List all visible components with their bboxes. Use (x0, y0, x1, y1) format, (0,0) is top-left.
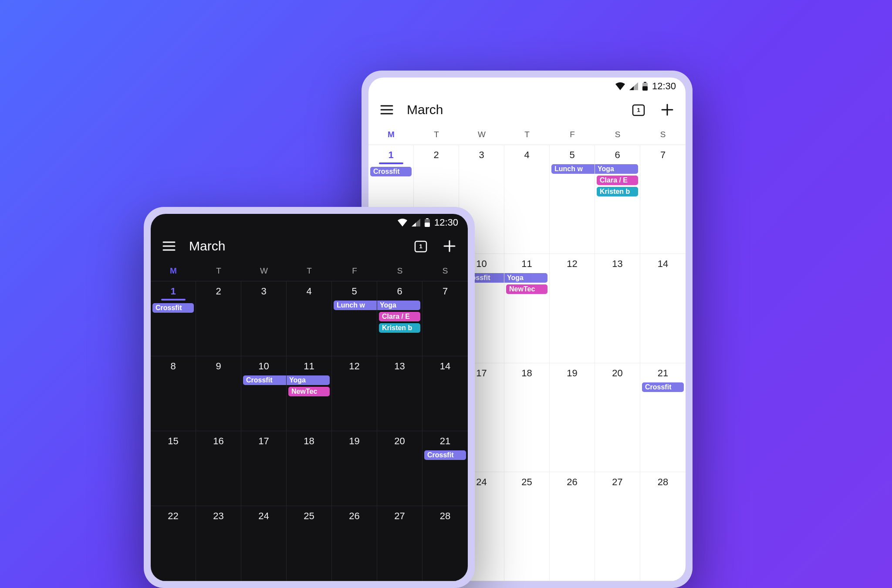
calendar-cell[interactable]: 10Crossfit (241, 356, 287, 431)
calendar-cell[interactable]: 2 (196, 281, 241, 356)
event-pill[interactable]: NewTec (506, 284, 547, 294)
today-button[interactable]: 1 (630, 101, 647, 118)
day-number: 6 (597, 149, 638, 161)
calendar-cell[interactable]: 11YogaNewTec (504, 254, 550, 363)
calendar-cell[interactable]: 26 (332, 506, 377, 581)
svg-rect-9 (426, 218, 429, 219)
add-button[interactable] (659, 101, 676, 118)
event-pill[interactable]: Yoga (595, 164, 638, 174)
weekday-label: T (287, 266, 332, 276)
event-pill[interactable]: Kristen b (379, 323, 420, 333)
event-pill[interactable]: Clara / E (379, 312, 420, 321)
day-number: 12 (551, 258, 593, 270)
calendar-cell[interactable]: 5Lunch w (550, 145, 595, 254)
calendar-cell[interactable]: 1Crossfit (151, 281, 196, 356)
day-number: 3 (461, 149, 502, 161)
day-number: 11 (506, 258, 547, 270)
weekday-label: F (550, 130, 595, 139)
calendar-cell[interactable]: 20 (595, 363, 640, 472)
calendar-cell[interactable]: 6YogaClara / EKristen b (595, 145, 640, 254)
calendar-cell[interactable]: 16 (196, 431, 241, 506)
calendar-cell[interactable]: 9 (196, 356, 241, 431)
calendar-cell[interactable]: 13 (377, 356, 422, 431)
calendar-cell[interactable]: 14 (640, 254, 686, 363)
weekday-label: W (459, 130, 504, 139)
weekday-label: T (504, 130, 550, 139)
calendar-cell[interactable]: 19 (332, 431, 377, 506)
day-number: 26 (551, 476, 593, 488)
event-pill[interactable]: Kristen b (597, 187, 638, 196)
calendar-cell[interactable]: 5Lunch w (332, 281, 377, 356)
calendar-cell[interactable]: 3 (241, 281, 287, 356)
svg-rect-0 (644, 82, 646, 83)
calendar-cell[interactable]: 27 (595, 472, 640, 581)
day-number: 10 (243, 361, 284, 372)
calendar-cell[interactable]: 11YogaNewTec (287, 356, 332, 431)
day-number: 7 (642, 149, 684, 161)
calendar-cell[interactable]: 21Crossfit (422, 431, 468, 506)
day-number: 1 (152, 286, 194, 297)
today-button[interactable]: 1 (412, 237, 429, 255)
calendar-cell[interactable]: 13 (595, 254, 640, 363)
menu-button[interactable] (160, 237, 178, 255)
day-number: 14 (642, 258, 684, 270)
calendar-cell[interactable]: 24 (241, 506, 287, 581)
event-pill[interactable]: Crossfit (243, 375, 287, 385)
calendar-cell[interactable]: 21Crossfit (640, 363, 686, 472)
calendar-cell[interactable]: 15 (151, 431, 196, 506)
day-number: 8 (152, 361, 194, 372)
calendar-cell[interactable]: 6YogaClara / EKristen b (377, 281, 422, 356)
calendar-cell[interactable]: 14 (422, 356, 468, 431)
calendar-cell[interactable]: 23 (196, 506, 241, 581)
calendar-cell[interactable]: 28 (422, 506, 468, 581)
calendar-cell[interactable]: 25 (287, 506, 332, 581)
add-button[interactable] (441, 237, 458, 255)
day-number: 11 (288, 361, 330, 372)
calendar-grid[interactable]: 1Crossfit2345Lunch w6YogaClara / EKriste… (151, 281, 468, 581)
today-indicator (161, 299, 186, 301)
calendar-cell[interactable]: 18 (287, 431, 332, 506)
menu-button[interactable] (378, 101, 395, 118)
cell-signal-icon (629, 82, 638, 90)
event-pill[interactable]: Clara / E (597, 176, 638, 185)
weekday-label: M (368, 130, 414, 139)
calendar-cell[interactable]: 27 (377, 506, 422, 581)
status-bar: 12:30 (368, 78, 686, 95)
cell-signal-icon (412, 219, 420, 226)
day-number: 18 (506, 368, 547, 379)
calendar-cell[interactable]: 20 (377, 431, 422, 506)
day-number: 22 (152, 510, 194, 522)
calendar-cell[interactable]: 26 (550, 472, 595, 581)
calendar-cell[interactable]: 22 (151, 506, 196, 581)
calendar-cell[interactable]: 4 (287, 281, 332, 356)
event-pill[interactable]: Crossfit (152, 303, 194, 313)
event-pill[interactable]: Crossfit (642, 382, 684, 392)
event-pill[interactable]: Yoga (377, 301, 420, 310)
event-pill[interactable]: Lunch w (334, 301, 377, 310)
event-pill[interactable]: Crossfit (424, 450, 466, 460)
calendar-cell[interactable]: 7 (422, 281, 468, 356)
calendar-cell[interactable]: 18 (504, 363, 550, 472)
calendar-cell[interactable]: 4 (504, 145, 550, 254)
event-pill[interactable]: NewTec (288, 387, 330, 396)
wifi-icon (615, 82, 625, 90)
svg-rect-2 (642, 86, 648, 91)
calendar-cell[interactable]: 17 (241, 431, 287, 506)
event-pill[interactable]: Yoga (287, 375, 330, 385)
weekday-label: W (241, 266, 287, 276)
today-button-number: 1 (419, 243, 422, 250)
event-pill[interactable]: Yoga (504, 273, 547, 283)
calendar-cell[interactable]: 8 (151, 356, 196, 431)
calendar-cell[interactable]: 28 (640, 472, 686, 581)
calendar-cell[interactable]: 12 (550, 254, 595, 363)
day-number: 12 (334, 361, 375, 372)
calendar-cell[interactable]: 7 (640, 145, 686, 254)
weekday-label: T (414, 130, 459, 139)
day-number: 3 (243, 286, 284, 297)
event-pill[interactable]: Crossfit (370, 167, 412, 176)
calendar-cell[interactable]: 12 (332, 356, 377, 431)
day-number: 24 (243, 510, 284, 522)
event-pill[interactable]: Lunch w (551, 164, 595, 174)
calendar-cell[interactable]: 19 (550, 363, 595, 472)
calendar-cell[interactable]: 25 (504, 472, 550, 581)
